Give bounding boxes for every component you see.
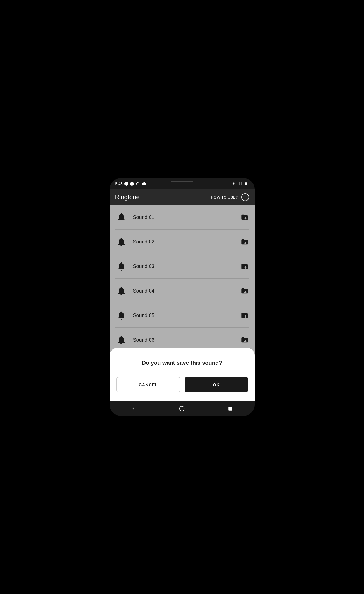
dialog-overlay: Do you want save this sound? CANCEL OK [110, 348, 255, 401]
sound-item-1[interactable]: Sound 01 [110, 205, 255, 230]
app-title: Ringtone [115, 194, 140, 201]
download-folder-icon[interactable] [240, 311, 249, 320]
sound-name: Sound 04 [133, 288, 240, 294]
bell-icon [115, 309, 127, 322]
status-right [231, 182, 249, 186]
sound-name: Sound 01 [133, 214, 240, 220]
svg-rect-1 [228, 407, 232, 411]
bell-icon [115, 236, 127, 248]
dialog-buttons: CANCEL OK [116, 377, 248, 392]
sync-icon [136, 182, 140, 186]
ok-button[interactable]: OK [185, 377, 248, 392]
cancel-button[interactable]: CANCEL [116, 377, 180, 392]
status-bar: 8:48 [110, 178, 255, 189]
sound-name: Sound 02 [133, 239, 240, 245]
signal-icon [237, 182, 242, 186]
back-button[interactable] [128, 403, 139, 414]
status-left: 8:48 [115, 182, 147, 186]
status-circle-2 [130, 182, 134, 186]
dialog-title: Do you want save this sound? [116, 359, 248, 367]
sound-item-3[interactable]: Sound 03 [110, 254, 255, 279]
status-circle-1 [124, 182, 128, 186]
download-folder-icon[interactable] [240, 213, 249, 222]
app-bar-actions: HOW TO USE? i [211, 193, 249, 201]
wifi-icon [231, 182, 236, 186]
save-dialog: Do you want save this sound? CANCEL OK [110, 348, 255, 401]
download-folder-icon[interactable] [240, 335, 249, 344]
sound-name: Sound 05 [133, 313, 240, 318]
handle-bar [171, 181, 193, 182]
info-button[interactable]: i [241, 193, 249, 201]
download-folder-icon[interactable] [240, 262, 249, 271]
download-folder-icon[interactable] [240, 286, 249, 295]
sound-item-2[interactable]: Sound 02 [110, 230, 255, 254]
bell-icon [115, 334, 127, 346]
bell-icon [115, 211, 127, 223]
app-bar: Ringtone HOW TO USE? i [110, 189, 255, 205]
recents-button[interactable] [225, 403, 236, 414]
cloud-icon [142, 182, 147, 186]
bell-icon [115, 285, 127, 297]
how-to-use-button[interactable]: HOW TO USE? [211, 195, 238, 199]
home-button[interactable] [176, 403, 187, 414]
sound-item-4[interactable]: Sound 04 [110, 279, 255, 303]
status-time: 8:48 [115, 182, 123, 186]
sound-name: Sound 06 [133, 337, 240, 343]
sound-name: Sound 03 [133, 264, 240, 269]
sound-list: Sound 01 Sound 02 Sound 03 [110, 205, 255, 401]
nav-bar [110, 401, 255, 416]
download-folder-icon[interactable] [240, 237, 249, 246]
svg-point-0 [180, 406, 184, 411]
phone-frame: 8:48 Ri [110, 178, 255, 416]
battery-icon [243, 182, 249, 186]
sound-item-5[interactable]: Sound 05 [110, 303, 255, 328]
bell-icon [115, 260, 127, 272]
